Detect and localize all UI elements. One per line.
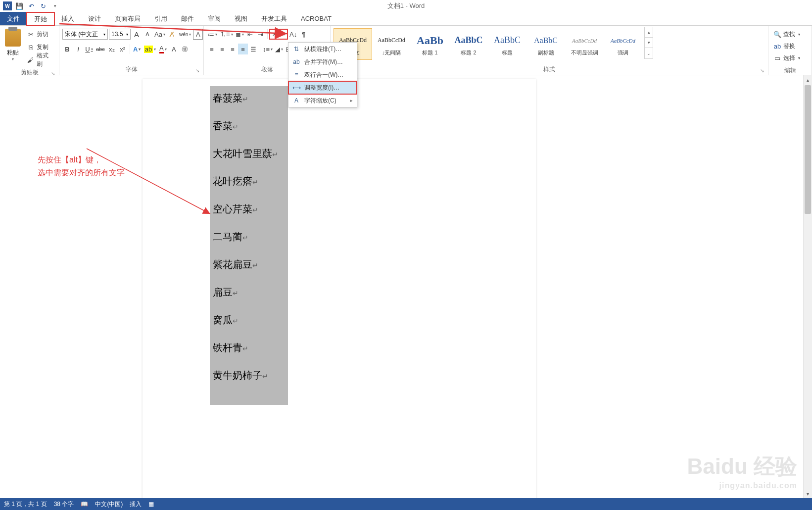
styles-down[interactable]: ▾ [645, 38, 653, 48]
replace-button[interactable]: ab替换 [773, 41, 800, 51]
paste-button[interactable]: 粘贴 ▾ [2, 27, 24, 63]
dropdown-item[interactable]: A字符缩放(C)▸ [288, 94, 357, 107]
tab-developer[interactable]: 开发工具 [254, 12, 294, 25]
bold-button[interactable]: B [62, 44, 72, 54]
bullets-button[interactable]: ≔ [207, 29, 218, 40]
strike-button[interactable]: abc [95, 44, 106, 54]
scroll-up[interactable]: ▴ [804, 75, 812, 84]
decrease-indent-button[interactable]: ⇤ [245, 29, 255, 40]
style-item[interactable]: AaBbCcDd强调 [604, 28, 642, 60]
asian-layout-button[interactable]: ✕↔ [269, 29, 288, 40]
char-shading-button[interactable]: A [169, 44, 179, 54]
status-mode[interactable]: 插入 [130, 500, 142, 509]
superscript-button[interactable]: x² [118, 44, 128, 54]
styles-scroll[interactable]: ▴ ▾ ⌄ [644, 27, 653, 59]
doc-line[interactable]: 花叶疙瘩↵ [213, 176, 285, 186]
status-language[interactable]: 中文(中国) [95, 500, 123, 509]
status-proofing-icon[interactable]: 📖 [81, 501, 88, 508]
doc-line[interactable]: 大花叶雪里蕻↵ [213, 149, 285, 158]
multilevel-button[interactable]: ≣ [235, 29, 245, 40]
qat-customize[interactable]: ▾ [49, 0, 60, 11]
styles-gallery[interactable]: AaBbCcDd↓正文AaBbCcDd↓无间隔AaBb标题 1AaBbC标题 2… [333, 27, 643, 61]
dropdown-item[interactable]: ⇅纵横混排(T)… [288, 43, 357, 55]
shrink-font-button[interactable]: A [143, 29, 152, 40]
doc-line[interactable]: 扁豆↵ [213, 287, 285, 297]
scroll-thumb[interactable] [805, 85, 811, 214]
find-button[interactable]: 🔍查找▾ [773, 29, 800, 40]
doc-line[interactable]: 窝瓜↵ [213, 315, 285, 325]
styles-more[interactable]: ⌄ [645, 48, 653, 58]
style-item[interactable]: AaBb标题 1 [411, 28, 449, 60]
distribute-button[interactable]: ☰ [248, 44, 258, 54]
font-name-combo[interactable]: 宋体 (中文正▾ [62, 29, 108, 40]
tab-review[interactable]: 审阅 [201, 12, 228, 25]
text-effects-button[interactable]: A [132, 44, 142, 54]
increase-indent-button[interactable]: ⇥ [256, 29, 266, 40]
show-marks-button[interactable]: ¶ [299, 29, 309, 40]
enclose-char-button[interactable]: ㊝ [180, 44, 190, 54]
undo-button[interactable]: ↶ [26, 0, 37, 11]
status-page[interactable]: 第 1 页，共 1 页 [4, 500, 47, 509]
grow-font-button[interactable]: A [132, 29, 142, 40]
tab-acrobat[interactable]: ACROBAT [294, 12, 338, 25]
italic-button[interactable]: I [73, 44, 83, 54]
subscript-button[interactable]: x₂ [107, 44, 117, 54]
doc-line[interactable]: 黄牛奶柿子↵ [213, 370, 285, 380]
clear-format-button[interactable]: A̸ [167, 29, 177, 40]
vertical-scrollbar[interactable]: ▴ ▾ [803, 75, 812, 498]
save-button[interactable]: 💾 [14, 0, 25, 11]
tab-insert[interactable]: 插入 [54, 12, 81, 25]
doc-line[interactable]: 春菠菜↵ [213, 93, 285, 103]
underline-button[interactable]: U [84, 44, 94, 54]
dropdown-item[interactable]: ≡双行合一(W)… [288, 68, 357, 81]
doc-line[interactable]: 香菜↵ [213, 121, 285, 131]
tab-mailings[interactable]: 邮件 [174, 12, 201, 25]
tab-view[interactable]: 视图 [228, 12, 254, 25]
cut-button[interactable]: ✂剪切 [25, 29, 56, 40]
style-item[interactable]: AaBbCcDd↓无间隔 [372, 28, 411, 60]
change-case-button[interactable]: Aa [153, 29, 166, 40]
style-item[interactable]: AaBbC标题 2 [449, 28, 488, 60]
shading-button[interactable]: ◢ [274, 44, 284, 54]
doc-line[interactable]: 铁杆青↵ [213, 343, 285, 353]
tab-references[interactable]: 引用 [147, 12, 174, 25]
document-area[interactable]: 春菠菜↵香菜↵大花叶雪里蕻↵花叶疙瘩↵空心芹菜↵二马蔺↵紫花扁豆↵扁豆↵窝瓜↵铁… [0, 75, 812, 498]
tab-layout[interactable]: 页面布局 [108, 12, 147, 25]
font-color-button[interactable]: A [158, 44, 168, 54]
align-right-button[interactable]: ≡ [228, 44, 238, 54]
numbering-button[interactable]: ⒈≡ [219, 29, 234, 40]
format-painter-button[interactable]: 🖌格式刷 [25, 54, 56, 65]
justify-button[interactable]: ≡ [238, 44, 248, 54]
word-app-icon[interactable]: W [2, 0, 13, 11]
status-macro-icon[interactable]: ▦ [148, 501, 154, 508]
styles-launcher[interactable]: ↘ [759, 68, 765, 74]
text-selection[interactable]: 春菠菜↵香菜↵大花叶雪里蕻↵花叶疙瘩↵空心芹菜↵二马蔺↵紫花扁豆↵扁豆↵窝瓜↵铁… [210, 86, 288, 405]
doc-line[interactable]: 空心芹菜↵ [213, 204, 285, 214]
line-spacing-button[interactable]: ↕≡ [262, 44, 274, 54]
dropdown-item[interactable]: ⟷调整宽度(I)… [288, 81, 357, 94]
style-item[interactable]: AaBbC标题 [488, 28, 526, 60]
doc-line[interactable]: 紫花扁豆↵ [213, 259, 285, 269]
styles-up[interactable]: ▴ [645, 27, 653, 38]
dropdown-item[interactable]: ab合并字符(M)… [288, 55, 357, 68]
status-words[interactable]: 38 个字 [54, 500, 74, 509]
phonetic-guide-button[interactable]: wén [178, 29, 192, 40]
tab-file[interactable]: 文件 [0, 12, 27, 25]
tab-home[interactable]: 开始 [27, 12, 54, 26]
copy-button[interactable]: ⎘复制 [25, 42, 56, 52]
page[interactable]: 春菠菜↵香菜↵大花叶雪里蕻↵花叶疙瘩↵空心芹菜↵二马蔺↵紫花扁豆↵扁豆↵窝瓜↵铁… [143, 79, 536, 510]
font-size-combo[interactable]: 13.5▾ [109, 29, 131, 40]
select-button[interactable]: ▭选择▾ [773, 52, 800, 63]
style-item[interactable]: AaBbC副标题 [526, 28, 565, 60]
char-border-button[interactable]: A [193, 29, 203, 40]
sort-button[interactable]: A↓ [288, 29, 298, 40]
doc-line[interactable]: 二马蔺↵ [213, 232, 285, 242]
scroll-down[interactable]: ▾ [804, 489, 812, 498]
highlight-button[interactable]: ab [143, 44, 157, 54]
align-left-button[interactable]: ≡ [207, 44, 217, 54]
tab-design[interactable]: 设计 [81, 12, 108, 25]
align-center-button[interactable]: ≡ [217, 44, 227, 54]
redo-button[interactable]: ↻ [38, 0, 48, 11]
font-launcher[interactable]: ↘ [194, 68, 200, 74]
style-item[interactable]: AaBbCcDd不明显强调 [565, 28, 604, 60]
